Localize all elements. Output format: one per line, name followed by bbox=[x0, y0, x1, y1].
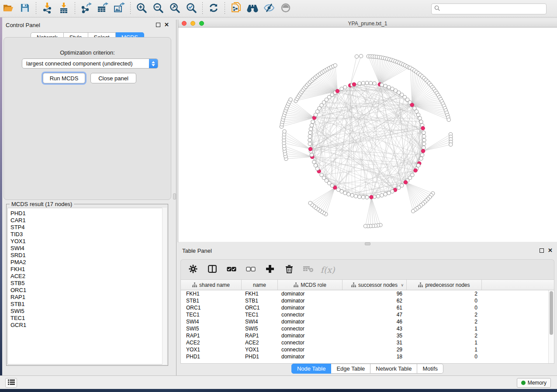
column-header-MCDS-role[interactable]: MCDS role bbox=[278, 280, 343, 290]
scrollbar-thumb[interactable] bbox=[550, 291, 553, 335]
export-network-button[interactable] bbox=[78, 1, 94, 16]
mcds-result-item[interactable]: ACE2 bbox=[10, 273, 166, 280]
add-column-button[interactable] bbox=[264, 264, 276, 276]
network-canvas[interactable] bbox=[178, 28, 557, 242]
import-table-button[interactable] bbox=[55, 1, 72, 16]
save-button[interactable] bbox=[17, 1, 33, 16]
delete-table-button[interactable] bbox=[302, 264, 315, 276]
mcds-result-item[interactable]: FKH1 bbox=[10, 266, 166, 273]
show-panels-button[interactable] bbox=[5, 378, 17, 388]
zoom-out-button[interactable] bbox=[150, 1, 166, 16]
table-cell: 1 bbox=[407, 326, 482, 332]
mcds-result-group: MCDS result (17 nodes) PHD1CAR1STP4TID3Y… bbox=[6, 204, 168, 366]
mcds-result-item[interactable]: TID3 bbox=[10, 231, 166, 238]
tab-network-table[interactable]: Network Table bbox=[370, 364, 417, 374]
import-network-button[interactable] bbox=[39, 1, 55, 16]
table-row[interactable]: ACE2ACE2connector311 bbox=[181, 339, 554, 346]
table-cell: dominator bbox=[278, 319, 343, 325]
table-row[interactable]: TEC1TEC1connector472 bbox=[181, 311, 554, 318]
open-file-button[interactable] bbox=[0, 1, 17, 16]
eye-slash-icon bbox=[263, 3, 275, 14]
criterion-select[interactable]: largest connected component (undirected) bbox=[22, 58, 158, 69]
table-cell: ORC1 bbox=[181, 305, 242, 311]
table-row[interactable]: SWI5SWI5connector431 bbox=[181, 325, 554, 332]
close-panel-button[interactable]: Close panel bbox=[90, 73, 136, 83]
mcds-result-scrollbar[interactable] bbox=[162, 208, 167, 364]
show-hidden-button[interactable] bbox=[277, 1, 294, 16]
run-mcds-button[interactable]: Run MCDS bbox=[43, 73, 85, 83]
splitter-handle[interactable] bbox=[365, 242, 370, 245]
open-folder-icon bbox=[3, 3, 14, 14]
mcds-result-item[interactable]: TEC1 bbox=[10, 315, 166, 322]
delete-column-button[interactable] bbox=[283, 264, 295, 276]
table-cell: FKH1 bbox=[181, 291, 242, 297]
save-icon bbox=[20, 3, 30, 14]
mcds-result-list[interactable]: PHD1CAR1STP4TID3YOX1SWI4SRD1PMA2FKH1ACE2… bbox=[7, 208, 167, 364]
deselect-all-button[interactable] bbox=[245, 264, 257, 276]
vertical-splitter[interactable] bbox=[173, 20, 178, 375]
horizontal-splitter[interactable] bbox=[178, 242, 557, 245]
mcds-result-item[interactable]: STB1 bbox=[10, 301, 166, 308]
mcds-result-item[interactable]: RAP1 bbox=[10, 294, 166, 301]
table-cell: 0 bbox=[407, 298, 482, 304]
mcds-result-item[interactable]: YOX1 bbox=[10, 238, 166, 245]
mcds-result-item[interactable]: PHD1 bbox=[10, 210, 166, 217]
zoom-in-button[interactable] bbox=[133, 1, 150, 16]
splitter-handle[interactable] bbox=[173, 193, 176, 199]
column-header-successor-nodes[interactable]: successor nodes∨ bbox=[343, 280, 407, 290]
table-row[interactable]: YOX1YOX1connector291 bbox=[181, 346, 554, 353]
table-row[interactable]: SWI4SWI4dominator462 bbox=[181, 318, 554, 325]
select-all-button[interactable] bbox=[225, 264, 238, 276]
memory-button[interactable]: Memory bbox=[517, 378, 551, 388]
mcds-result-item[interactable]: CAR1 bbox=[10, 217, 166, 224]
table-settings-button[interactable] bbox=[187, 264, 199, 276]
hide-selected-button[interactable] bbox=[261, 1, 277, 16]
export-table-button[interactable] bbox=[94, 1, 111, 16]
tab-node-table[interactable]: Node Table bbox=[291, 364, 332, 374]
search-icon bbox=[434, 5, 440, 13]
tab-motifs[interactable]: Motifs bbox=[417, 364, 443, 374]
column-header-shared-name[interactable]: shared name bbox=[181, 280, 242, 290]
show-columns-button[interactable] bbox=[206, 264, 218, 276]
close-panel-icon[interactable]: ✕ bbox=[164, 23, 169, 27]
mcds-result-item[interactable]: GCR1 bbox=[10, 322, 166, 329]
memory-status-icon bbox=[521, 381, 526, 385]
search-input[interactable] bbox=[443, 6, 543, 12]
table-row[interactable]: STB1STB1dominator620 bbox=[181, 297, 554, 304]
mcds-result-item[interactable]: STB5 bbox=[10, 280, 166, 287]
mcds-result-item[interactable]: ORC1 bbox=[10, 287, 166, 294]
float-panel-icon[interactable] bbox=[156, 23, 160, 27]
float-panel-icon[interactable] bbox=[540, 248, 544, 253]
toolbar-separator bbox=[225, 2, 225, 15]
delete-table-icon bbox=[303, 265, 314, 274]
search-network-button[interactable] bbox=[244, 1, 261, 16]
table-row[interactable]: ORC1ORC1dominator610 bbox=[181, 304, 554, 311]
mcds-result-item[interactable]: STP4 bbox=[10, 224, 166, 231]
mcds-result-item[interactable]: SWI5 bbox=[10, 308, 166, 315]
network-file-button[interactable] bbox=[228, 1, 244, 16]
table-panel-titlebar: Table Panel ✕ bbox=[178, 245, 557, 256]
network-file-icon bbox=[230, 2, 242, 15]
refresh-button[interactable] bbox=[205, 1, 222, 16]
column-header-name[interactable]: name bbox=[242, 280, 278, 290]
table-row[interactable]: RAP1RAP1dominator352 bbox=[181, 332, 554, 339]
optimization-criterion-label: Optimization criterion: bbox=[4, 49, 171, 56]
table-row[interactable]: FKH1FKH1dominator962 bbox=[181, 290, 554, 297]
desktop-wallpaper-bottom bbox=[0, 389, 557, 392]
close-panel-icon[interactable]: ✕ bbox=[548, 248, 553, 253]
table-row[interactable]: PHD1PHD1dominator180 bbox=[181, 353, 554, 360]
export-image-button[interactable] bbox=[111, 1, 128, 16]
zoom-selected-button[interactable] bbox=[183, 1, 200, 16]
tab-edge-table[interactable]: Edge Table bbox=[331, 364, 370, 374]
columns-icon bbox=[208, 265, 217, 274]
control-panel-titlebar: Control Panel ✕ bbox=[2, 20, 173, 30]
function-builder-button[interactable]: f(x) bbox=[322, 264, 334, 276]
table-cell: 2 bbox=[407, 333, 482, 339]
mcds-result-item[interactable]: PMA2 bbox=[10, 259, 166, 266]
table-cell: connector bbox=[278, 312, 343, 318]
column-header-predecessor-nodes[interactable]: predecessor nodes bbox=[407, 280, 482, 290]
mcds-result-item[interactable]: SWI4 bbox=[10, 245, 166, 252]
mcds-result-item[interactable]: SRD1 bbox=[10, 252, 166, 259]
zoom-fit-button[interactable] bbox=[166, 1, 183, 16]
table-scrollbar[interactable] bbox=[548, 290, 554, 363]
